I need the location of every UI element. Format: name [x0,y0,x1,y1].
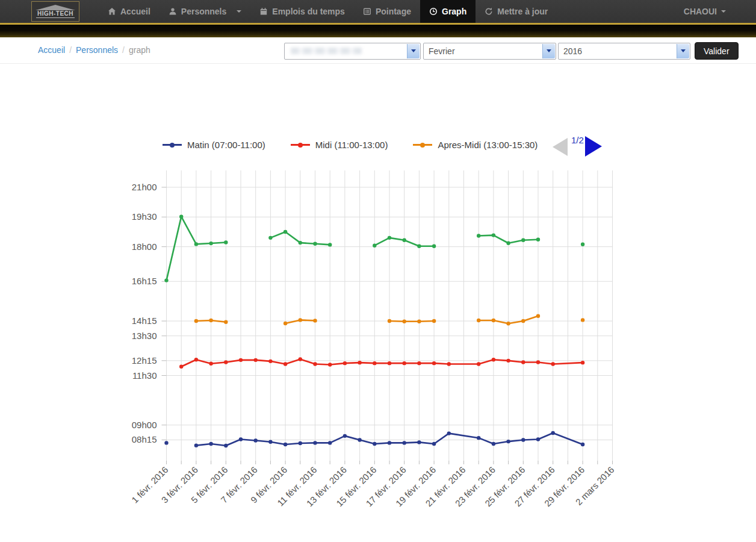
employee-select[interactable] [284,43,421,60]
svg-text:16h15: 16h15 [132,276,157,286]
select-arrow-icon [677,44,689,58]
nav-items: Accueil Personnels Emplois du temps Poin… [99,0,557,23]
svg-text:7 févr. 2016: 7 févr. 2016 [218,464,259,505]
svg-text:25 févr. 2016: 25 févr. 2016 [483,464,527,508]
legend-marker [413,144,432,146]
clock-icon [429,7,438,16]
user-icon [169,7,177,16]
valider-button[interactable]: Valider [695,42,739,60]
svg-text:17 févr. 2016: 17 févr. 2016 [364,464,407,508]
breadcrumb-personnels[interactable]: Personnels [76,45,118,55]
filters: Fevrier 2016 Valider [284,42,739,60]
legend-marker [291,144,310,146]
breadcrumb-accueil[interactable]: Accueil [38,45,65,55]
nav-item-mettre-a-jour[interactable]: Mettre à jour [476,0,557,23]
home-icon [108,7,116,16]
svg-text:09h00: 09h00 [132,420,157,430]
svg-text:21h00: 21h00 [132,182,157,192]
svg-text:13 févr. 2016: 13 févr. 2016 [305,464,349,508]
svg-text:19h30: 19h30 [132,211,157,222]
calendar-icon [259,7,268,16]
brand-logo[interactable]: HIGH-TECH [31,1,79,22]
legend-item-matin[interactable]: Matin (07:00-11:00) [163,140,265,150]
svg-text:19 févr. 2016: 19 févr. 2016 [394,464,438,508]
nav-item-emplois-du-temps[interactable]: Emplois du temps [250,0,354,23]
svg-text:13h30: 13h30 [132,331,157,341]
chevron-down-icon [237,10,241,13]
svg-text:9 févr. 2016: 9 févr. 2016 [249,464,289,505]
svg-text:15 févr. 2016: 15 févr. 2016 [334,464,378,508]
chart-canvas: 21h0019h3018h0016h1514h1513h3012h1511h30… [0,0,756,542]
logo-roof-icon [36,5,75,10]
user-menu-chaoui[interactable]: CHAOUI [684,0,756,23]
year-select[interactable]: 2016 [558,43,690,60]
legend-page-indicator: 1/2 [571,135,584,145]
svg-text:18h00: 18h00 [132,241,157,252]
legend-item-midi[interactable]: Midi (11:00-13:00) [291,140,388,150]
gold-band-divider [0,25,756,37]
chevron-down-icon [721,10,726,13]
legend-marker [163,144,182,146]
legend-prev-button[interactable] [553,138,568,156]
toolbar-row: Accueil/Personnels/graph Fevrier 2016 Va… [0,37,756,64]
chart-legend: Matin (07:00-11:00) Midi (11:00-13:00) A… [163,140,538,150]
select-arrow-icon [542,44,555,58]
nav-item-personnels[interactable]: Personnels [160,0,250,23]
month-select[interactable]: Fevrier [423,43,556,60]
top-navbar: HIGH-TECH Accueil Personnels Emplois du … [0,0,756,25]
legend-item-apres-midi[interactable]: Apres-Midi (13:00-15:30) [413,140,538,150]
nav-item-accueil[interactable]: Accueil [99,0,160,23]
breadcrumb-current: graph [129,45,150,55]
nav-item-pointage[interactable]: Pointage [354,0,420,23]
svg-text:1 févr. 2016: 1 févr. 2016 [129,464,170,505]
svg-text:29 févr. 2016: 29 févr. 2016 [542,464,586,508]
legend-next-button[interactable] [585,136,602,157]
svg-text:27 févr. 2016: 27 févr. 2016 [512,464,556,508]
censored-employee-name [291,48,362,54]
legend-pager: 1/2 [553,135,602,157]
svg-text:3 févr. 2016: 3 févr. 2016 [160,464,200,505]
svg-text:08h15: 08h15 [132,434,157,444]
svg-text:11 févr. 2016: 11 févr. 2016 [275,464,319,508]
svg-text:2 mars 2016: 2 mars 2016 [574,464,616,507]
svg-text:23 févr. 2016: 23 févr. 2016 [453,464,497,508]
refresh-icon [485,7,493,16]
svg-text:11h30: 11h30 [132,370,157,381]
svg-text:21 févr. 2016: 21 févr. 2016 [423,464,467,508]
svg-text:14h15: 14h15 [132,316,157,326]
list-icon [363,7,371,16]
logo-text: HIGH-TECH [36,11,75,18]
breadcrumb: Accueil/Personnels/graph [38,45,150,55]
svg-text:5 févr. 2016: 5 févr. 2016 [189,464,229,505]
select-arrow-icon [407,44,420,58]
nav-item-graph[interactable]: Graph [420,0,476,23]
svg-text:12h15: 12h15 [132,355,157,366]
